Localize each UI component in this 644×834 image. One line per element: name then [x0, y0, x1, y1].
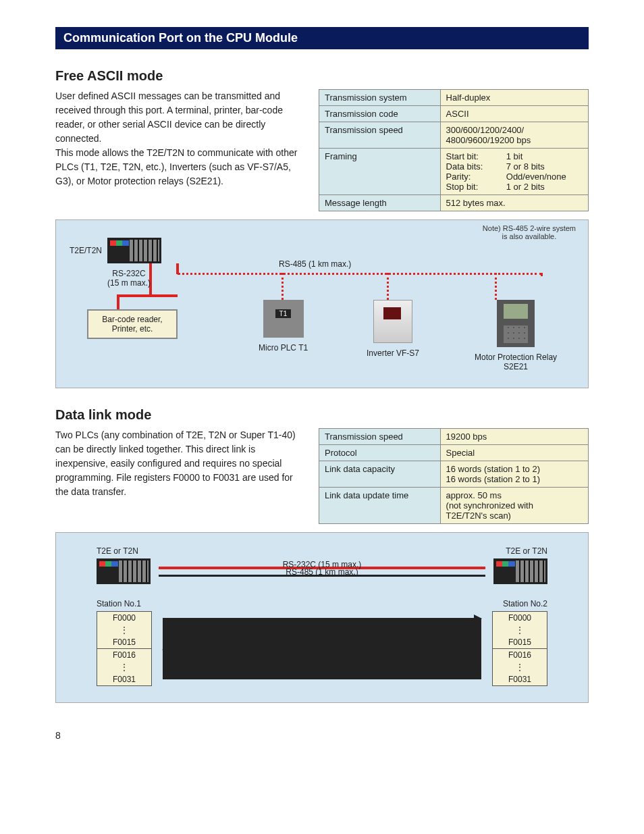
rs232-label: RS-232C (15 m max.)	[107, 269, 151, 288]
station1-label: Station No.1	[97, 599, 141, 608]
section2-heading: Data link mode	[55, 407, 589, 423]
rs485-line-label: RS-485 (1 km max.)	[155, 567, 489, 577]
device-relay-label: Motor Protection Relay S2E21	[475, 353, 557, 371]
section1-paragraph: User defined ASCII messages can be trans…	[55, 89, 305, 188]
station1-regs-top: F0000 ⋮ F0015	[97, 611, 152, 649]
plc-left-icon	[97, 558, 151, 584]
plc-left-label: T2E or T2N	[97, 546, 138, 556]
device-inverter-label: Inverter VF-S7	[367, 348, 419, 358]
device-t1-icon: T1	[263, 300, 304, 338]
rs485-label: RS-485 (1 km max.)	[279, 259, 351, 269]
arrow-left-icon	[163, 649, 481, 680]
device-t1-label: Micro PLC T1	[259, 343, 308, 353]
title-bar: Communication Port on the CPU Module	[55, 27, 589, 49]
page-number: 8	[55, 730, 589, 741]
plc-icon	[107, 238, 161, 263]
station2-regs-top: F0000 ⋮ F0015	[492, 611, 547, 649]
ascii-mode-diagram: Note) RS-485 2-wire system is also avail…	[55, 219, 589, 388]
plc-right-icon	[493, 558, 547, 584]
plc-right-label: T2E or T2N	[506, 546, 547, 556]
arrow-right-icon	[163, 618, 481, 649]
plc-label: T2E/T2N	[70, 246, 102, 255]
device-relay-icon	[497, 300, 535, 347]
station2-regs-bot: F0016 ⋮ F0031	[492, 649, 547, 686]
device-barcode: Bar-code reader, Printer, etc.	[87, 309, 178, 339]
section1-heading: Free ASCII mode	[55, 68, 589, 84]
station1-regs-bot: F0016 ⋮ F0031	[97, 649, 152, 686]
device-inverter-icon	[373, 300, 412, 343]
ascii-spec-table: Transmission systemHalf-duplex Transmiss…	[319, 89, 589, 211]
station2-label: Station No.2	[503, 599, 547, 608]
datalink-spec-table: Transmission speed19200 bps ProtocolSpec…	[319, 428, 589, 524]
section2-paragraph: Two PLCs (any combination of T2E, T2N or…	[55, 428, 305, 499]
datalink-diagram: T2E or T2N T2E or T2N RS-232C (15 m max.…	[55, 532, 589, 703]
diagram1-note: Note) RS-485 2-wire system is also avail…	[483, 224, 576, 240]
